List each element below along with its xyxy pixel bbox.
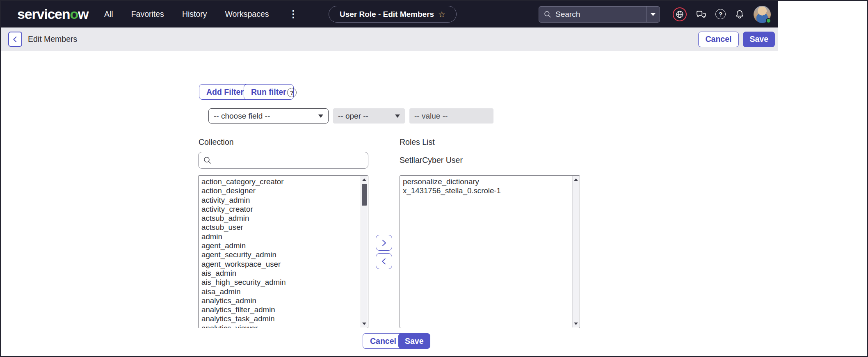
operator-select[interactable]: -- oper --	[333, 108, 405, 124]
nav-item-history[interactable]: History	[182, 9, 207, 19]
back-button[interactable]	[8, 32, 22, 47]
chevron-down-icon	[651, 13, 656, 16]
footer-cancel-button[interactable]: Cancel	[363, 333, 404, 349]
list-item[interactable]: analytics_filter_admin	[201, 305, 357, 314]
status-online-dot	[766, 18, 771, 23]
screenshot-root: servicenow All Favorites History Workspa…	[0, 0, 868, 357]
roles-list-label: Roles List	[400, 137, 435, 147]
choose-field-value: -- choose field --	[214, 112, 315, 121]
scroll-down-arrow[interactable]	[573, 320, 579, 327]
search-icon	[544, 10, 552, 18]
chat-icon[interactable]	[695, 9, 707, 20]
record-context-pill[interactable]: User Role - Edit Members ☆	[329, 6, 457, 23]
move-right-button[interactable]	[376, 235, 392, 251]
page-title: Edit Members	[28, 34, 77, 44]
scroll-up-arrow[interactable]	[573, 176, 579, 183]
list-item[interactable]: ais_high_security_admin	[201, 278, 357, 287]
roles-items: personalize_dictionaryx_1431756_stella_0…	[400, 176, 580, 196]
search-input[interactable]	[555, 10, 646, 19]
roles-listbox[interactable]: personalize_dictionaryx_1431756_stella_0…	[400, 175, 580, 328]
favorite-star-icon[interactable]: ☆	[438, 10, 445, 18]
chevron-left-icon	[11, 35, 20, 44]
logo-text-suffix: w	[78, 6, 88, 22]
list-item[interactable]: x_1431756_stella_0.scrole-1	[403, 186, 569, 195]
nav-icon-group: ?	[673, 1, 771, 27]
search-icon	[203, 156, 212, 165]
list-item[interactable]: aisa_admin	[201, 287, 357, 296]
nav-menu: All Favorites History Workspaces ⋮	[104, 1, 299, 27]
triangle-up-icon	[574, 178, 578, 181]
record-pill-label: User Role - Edit Members	[340, 10, 434, 19]
list-item[interactable]: actsub_user	[201, 223, 357, 232]
logo-green-o: o	[70, 6, 78, 22]
list-item[interactable]: activity_creator	[201, 205, 357, 214]
chevron-right-icon	[379, 238, 389, 248]
roles-sublabel: SetllarCyber User	[400, 156, 463, 165]
add-filter-button[interactable]: Add Filter	[199, 84, 251, 100]
collection-search-box	[198, 152, 368, 169]
global-search-box	[539, 6, 660, 23]
list-item[interactable]: admin	[201, 232, 357, 241]
run-filter-button[interactable]: Run filter	[244, 84, 294, 100]
list-item[interactable]: action_category_creator	[201, 177, 357, 186]
globe-update-icon[interactable]	[673, 7, 687, 21]
triangle-down-icon	[362, 323, 366, 325]
top-nav-bar: servicenow All Favorites History Workspa…	[1, 1, 778, 27]
filter-help-icon[interactable]: ?	[287, 88, 297, 97]
logo-text-prefix: servicen	[17, 6, 70, 22]
collection-scrollbar[interactable]	[361, 176, 368, 327]
triangle-down-icon	[574, 323, 578, 325]
scroll-up-arrow[interactable]	[361, 176, 368, 183]
list-item[interactable]: actsub_admin	[201, 214, 357, 223]
list-item[interactable]: agent_workspace_user	[201, 260, 357, 269]
list-item[interactable]: agent_admin	[201, 241, 357, 250]
list-item[interactable]: action_designer	[201, 186, 357, 195]
operator-value: -- oper --	[338, 112, 392, 121]
roles-scrollbar[interactable]	[572, 176, 579, 327]
list-item[interactable]: agent_security_admin	[201, 250, 357, 259]
servicenow-logo[interactable]: servicenow	[17, 1, 88, 27]
list-item[interactable]: personalize_dictionary	[403, 177, 569, 186]
move-left-button[interactable]	[376, 253, 392, 269]
list-item[interactable]: analytics_viewer	[201, 324, 357, 328]
list-item[interactable]: ais_admin	[201, 269, 357, 278]
nav-item-workspaces[interactable]: Workspaces	[225, 9, 269, 19]
header-cancel-button[interactable]: Cancel	[698, 32, 739, 47]
collection-items: action_category_creatoraction_designerac…	[199, 176, 368, 328]
notifications-bell-icon[interactable]	[734, 9, 745, 20]
collection-search-input[interactable]	[216, 156, 368, 165]
chevron-down-icon	[395, 114, 400, 118]
filter-value-input[interactable]	[409, 108, 493, 124]
scroll-down-arrow[interactable]	[361, 320, 368, 327]
header-save-button[interactable]: Save	[743, 32, 775, 47]
chevron-left-icon	[379, 256, 389, 266]
list-item[interactable]: analytics_task_admin	[201, 314, 357, 323]
more-menu-icon[interactable]: ⋮	[287, 9, 299, 20]
chevron-down-icon	[318, 114, 323, 118]
choose-field-select[interactable]: -- choose field --	[208, 108, 329, 124]
page-header-bar: Edit Members Cancel Save	[1, 27, 778, 51]
help-icon[interactable]: ?	[715, 9, 726, 19]
user-avatar[interactable]	[754, 6, 771, 23]
collection-listbox[interactable]: action_category_creatoraction_designerac…	[198, 175, 368, 328]
footer-save-button[interactable]: Save	[398, 333, 430, 349]
list-item[interactable]: analytics_admin	[201, 296, 357, 305]
nav-item-favorites[interactable]: Favorites	[131, 9, 164, 19]
collection-label: Collection	[199, 137, 234, 147]
list-item[interactable]: activity_admin	[201, 196, 357, 205]
nav-item-all[interactable]: All	[104, 9, 113, 19]
search-scope-dropdown[interactable]	[646, 13, 660, 16]
triangle-up-icon	[362, 178, 366, 181]
scrollbar-thumb[interactable]	[362, 184, 367, 206]
